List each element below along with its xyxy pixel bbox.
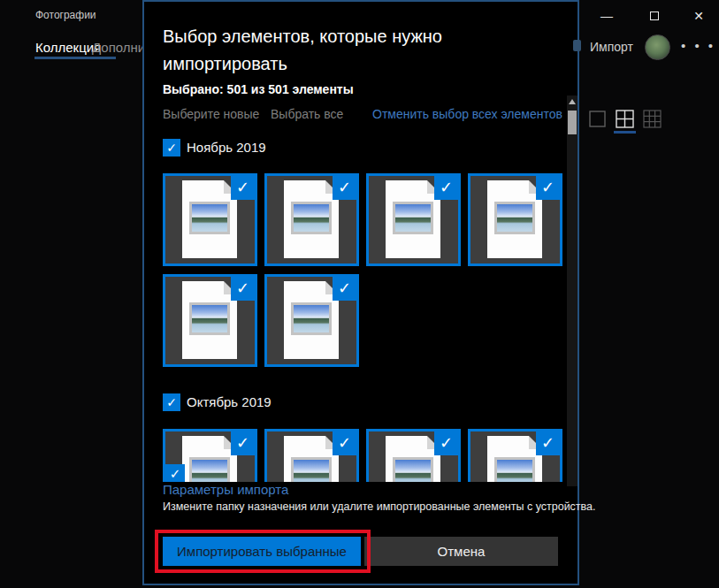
app-title: Фотографии [35, 9, 96, 21]
select-all-link[interactable]: Выбрать все [271, 107, 343, 121]
cancel-button[interactable]: Отмена [364, 537, 558, 566]
minimize-button[interactable]: — [592, 5, 622, 27]
month-label: Октябрь 2019 [187, 394, 272, 409]
clear-selection-link[interactable]: Отменить выбор всех элементов [372, 107, 562, 121]
active-view-underline [614, 131, 636, 134]
active-tab-underline [34, 57, 116, 59]
see-more-button[interactable]: • • • [681, 38, 715, 53]
tile-row: ✓ ✓ ✓ ✓ [144, 173, 569, 267]
tile-checkbox-checked[interactable]: ✓ [231, 431, 255, 455]
selection-summary: Выбрано: 501 из 501 элементы [163, 82, 354, 96]
month-checkbox-checked[interactable]: ✓ [163, 393, 180, 411]
tile-checkbox-checked[interactable]: ✓ [434, 431, 458, 455]
maximize-icon [650, 11, 659, 20]
photo-tile[interactable]: ✓ [264, 429, 359, 482]
photo-tile[interactable]: ✓ [468, 429, 562, 482]
photo-placeholder-icon [284, 180, 339, 258]
month-checkbox-checked[interactable]: ✓ [163, 139, 180, 157]
view-grid3-icon[interactable] [643, 110, 662, 128]
photo-tile[interactable]: ✓ [468, 173, 562, 266]
scroll-up-icon[interactable] [569, 99, 576, 104]
tile-checkbox-checked[interactable]: ✓ [231, 277, 255, 301]
tile-row-clipped: ✓✓ ✓ ✓ ✓ [144, 429, 569, 482]
tile-checkbox-checked[interactable]: ✓ [333, 176, 356, 200]
photo-tile[interactable]: ✓ [366, 173, 461, 266]
import-command[interactable]: Импорт [590, 40, 633, 54]
photo-placeholder-icon [386, 436, 440, 482]
photo-tile[interactable]: ✓ [264, 173, 359, 266]
select-new-link[interactable]: Выберите новые [163, 107, 259, 121]
view-grid2-icon[interactable] [616, 110, 634, 128]
photo-placeholder-icon [386, 180, 440, 258]
month-label: Ноябрь 2019 [187, 140, 266, 155]
close-button[interactable]: ✕ [684, 5, 714, 27]
photo-placeholder-icon [284, 436, 339, 482]
import-settings-description: Измените папку назначения или удалите им… [163, 500, 575, 513]
tile-checkbox-checked[interactable]: ✓ [536, 176, 560, 200]
import-dialog: Выбор элементов, которые нужно импортиро… [142, 0, 579, 585]
photo-placeholder-icon [284, 281, 339, 359]
tile-checkbox-checked[interactable]: ✓ [165, 464, 185, 482]
tile-checkbox-checked[interactable]: ✓ [333, 431, 356, 455]
tile-row: ✓ ✓ [144, 274, 569, 368]
photo-tile[interactable]: ✓ [264, 274, 359, 367]
photo-placeholder-icon [487, 436, 542, 482]
tile-checkbox-checked[interactable]: ✓ [333, 277, 356, 301]
tile-checkbox-checked[interactable]: ✓ [536, 431, 560, 455]
device-icon [573, 40, 581, 51]
view-single-icon[interactable] [588, 110, 607, 128]
avatar[interactable] [645, 34, 670, 60]
photo-placeholder-icon [487, 180, 542, 258]
scrollbar-thumb[interactable] [568, 111, 577, 134]
photo-placeholder-icon [182, 281, 237, 359]
dialog-title: Выбор элементов, которые нужно импортиро… [163, 23, 545, 78]
import-settings-link[interactable]: Параметры импорта [163, 482, 288, 497]
import-selected-button[interactable]: Импортировать выбранные [163, 537, 361, 566]
photo-placeholder-icon [182, 436, 237, 482]
tile-checkbox-checked[interactable]: ✓ [434, 176, 458, 200]
photo-tile[interactable]: ✓ [366, 429, 461, 482]
maximize-button[interactable] [639, 5, 669, 27]
photo-tile[interactable]: ✓✓ [163, 429, 257, 482]
photo-tile[interactable]: ✓ [163, 274, 257, 367]
photo-placeholder-icon [182, 180, 237, 258]
photo-tile[interactable]: ✓ [163, 173, 257, 266]
tile-checkbox-checked[interactable]: ✓ [231, 176, 255, 200]
